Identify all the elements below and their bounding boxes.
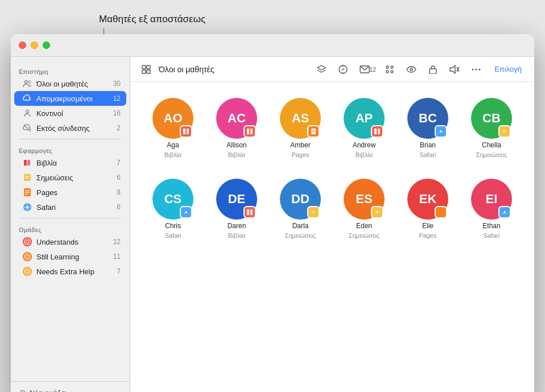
student-card-brian[interactable]: BC Brian Safari [399,93,457,163]
app-badge [371,125,383,138]
sidebar-item-needs-extra[interactable]: Needs Extra Help 7 [14,264,126,279]
avatar-initials: AP [356,111,373,126]
svg-rect-69 [374,209,380,215]
app-badge [435,206,447,218]
svg-rect-5 [27,160,30,166]
close-button[interactable] [19,42,26,49]
student-card-andrew[interactable]: AP Andrew Βιβλία [335,93,393,163]
svg-marker-42 [450,65,455,73]
lock-button[interactable] [425,61,441,77]
avatar: CB [471,98,512,139]
svg-marker-30 [317,65,325,70]
sidebar-item-nearby[interactable]: Κοντινοί 16 [14,106,126,121]
avatar: DE [216,179,257,220]
student-name: Aga [167,141,179,149]
sidebar-footer: ⊕ Νέα ομάδα [11,381,130,392]
svg-rect-29 [147,70,150,73]
svg-point-47 [479,68,481,70]
svg-rect-4 [24,160,27,166]
sidebar-item-all-students[interactable]: Όλοι οι μαθητές 30 [14,76,126,91]
sidebar-item-offline[interactable]: Εκτός σύνδεσης 2 [14,121,126,135]
avatar: CS [152,179,193,220]
main-area: Όλοι οι μαθητές [130,57,534,392]
plus-circle-icon: ⊕ [19,387,26,392]
svg-point-40 [410,68,412,71]
student-name: Daren [228,222,246,230]
sidebar-item-books[interactable]: Βιβλία 7 [14,155,126,170]
student-app: Safari [484,232,500,239]
student-card-eden[interactable]: ES Eden Σημειώσεις [335,174,393,244]
sidebar-item-understands[interactable]: Understands 12 [14,234,126,249]
apps-button[interactable] [382,61,398,77]
eye-button[interactable] [403,61,419,77]
sidebar-item-safari[interactable]: Safari 6 [14,200,126,214]
fullscreen-button[interactable] [43,42,50,49]
app-badge [498,206,511,218]
sidebar-item-pages[interactable]: Pages 8 [14,185,126,200]
student-card-chella[interactable]: CB Chella Σημειώσεις [463,93,521,163]
compass-button[interactable] [335,61,351,77]
layers-button[interactable] [313,61,329,77]
student-app: Σημειώσεις [285,232,316,239]
tooltip-text: Μαθητές εξ αποστάσεως [99,14,205,25]
avatar: BC [407,98,448,139]
student-app: Σημειώσεις [476,151,507,158]
student-card-darla[interactable]: DD Darla Σημειώσεις [271,174,329,244]
mail-button-group: 12 [357,61,376,77]
mail-count-badge: 12 [369,66,376,73]
sidebar-item-label: Safari [36,203,113,212]
sidebar-item-count: 6 [117,203,121,211]
avatar-initials: AS [292,111,309,126]
sidebar-item-count: 12 [113,94,121,102]
sidebar-item-remote[interactable]: Απομακρυσμένοι 12 [14,91,126,106]
sidebar-item-label: Κοντινοί [36,109,109,118]
svg-point-22 [26,255,28,258]
sidebar-item-still-learning[interactable]: Still Learning 11 [14,249,126,264]
selection-button[interactable]: Επιλογή [490,63,526,76]
still-learning-icon [22,251,32,262]
student-card-elie[interactable]: EK Elie Pages [399,174,457,244]
student-app: Safari [165,232,181,239]
sidebar-item-label: Όλοι οι μαθητές [36,80,109,88]
svg-point-19 [26,241,28,243]
svg-rect-28 [142,70,146,73]
toolbar-right: 12 [313,61,526,77]
sidebar-item-notes[interactable]: Σημειώσεις 6 [14,170,126,185]
sidebar-item-count: 16 [113,109,121,117]
sidebar-item-label: Pages [36,188,113,197]
student-card-chris[interactable]: CS Chris Safari [144,174,202,244]
app-badge [498,125,511,138]
svg-point-2 [26,110,29,113]
student-name: Chris [165,222,181,230]
sidebar-item-label: Σημειώσεις [36,174,113,182]
svg-line-3 [24,125,31,131]
section-label-efarmogei: Εφαρμογές [11,143,130,155]
traffic-lights [19,42,50,49]
new-group-button[interactable]: ⊕ Νέα ομάδα [19,387,122,392]
student-card-ethan[interactable]: EI Ethan Safari [463,174,521,244]
safari-icon [22,202,32,212]
books-icon [22,158,32,168]
grid-view-button[interactable] [138,61,154,77]
sidebar-item-label: Still Learning [36,253,109,261]
student-card-amber[interactable]: AS Amber Pages [271,93,329,163]
student-card-allison[interactable]: AC Allison Βιβλία [208,93,266,163]
svg-rect-41 [430,69,436,74]
minimize-button[interactable] [31,42,38,49]
more-button[interactable] [468,61,484,77]
avatar-initials: AC [228,111,246,126]
sidebar-item-count: 11 [113,253,121,261]
main-toolbar: Όλοι οι μαθητές [130,57,534,82]
student-name: Allison [226,141,246,149]
sidebar-item-count: 7 [117,159,121,167]
avatar: EK [407,179,448,220]
student-app: Pages [291,151,309,158]
needs-extra-icon [22,266,32,277]
sidebar-item-label: Understands [36,238,109,246]
mute-button[interactable] [447,61,463,77]
toolbar-title: Όλοι οι μαθητές [159,65,214,74]
sidebar: Επιστήμη Όλοι οι μαθητές 30 [11,57,130,392]
student-card-daren[interactable]: DE Daren Βιβλία [208,174,266,244]
student-card-aga[interactable]: AO Aga Βιβλία [144,93,202,163]
avatar: AP [344,98,385,139]
